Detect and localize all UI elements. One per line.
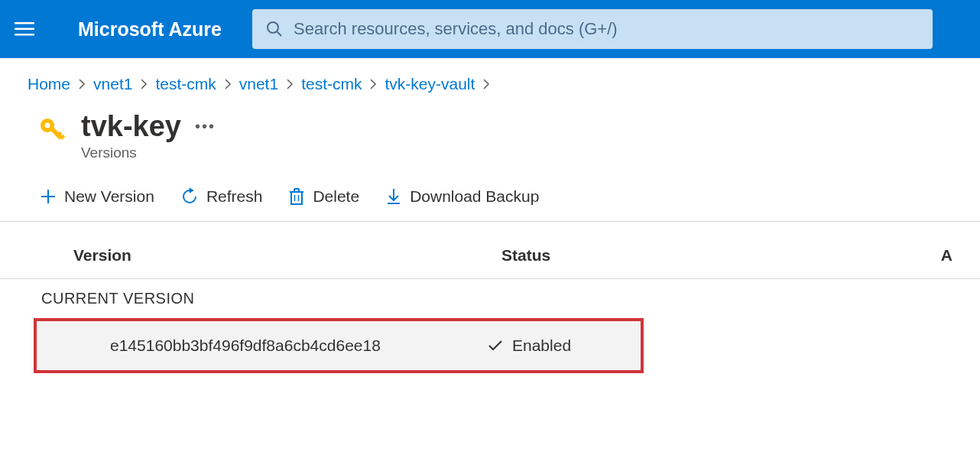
search-box[interactable] — [252, 9, 933, 49]
more-actions-button[interactable]: ••• — [195, 118, 216, 135]
download-backup-button[interactable]: Download Backup — [385, 187, 539, 206]
hamburger-menu[interactable] — [9, 14, 40, 44]
section-label: CURRENT VERSION — [0, 279, 980, 318]
hamburger-icon — [15, 22, 34, 36]
breadcrumb: Home vnet1 test-cmk vnet1 test-cmk tvk-k… — [0, 58, 980, 101]
chevron-right-icon — [78, 78, 86, 90]
top-bar: Microsoft Azure — [0, 0, 980, 58]
trash-icon — [288, 187, 305, 206]
refresh-button[interactable]: Refresh — [180, 187, 263, 206]
svg-point-6 — [45, 123, 50, 128]
breadcrumb-item[interactable]: test-cmk — [301, 75, 362, 93]
toolbar: New Version Refresh Delete Download Back… — [0, 167, 980, 222]
breadcrumb-item[interactable]: Home — [28, 75, 70, 93]
svg-point-3 — [268, 22, 278, 33]
status-cell: Enabled — [488, 336, 571, 355]
page-header: tvk-key ••• Versions — [0, 101, 980, 167]
version-id: e145160bb3bf496f9df8a6cb4cd6ee18 — [110, 336, 488, 355]
brand-logo[interactable]: Microsoft Azure — [78, 18, 222, 41]
search-icon — [266, 21, 283, 37]
chevron-right-icon — [224, 78, 232, 90]
table-header: Version Status A — [0, 222, 980, 279]
svg-rect-0 — [15, 22, 34, 24]
toolbar-label: Delete — [313, 187, 359, 206]
new-version-button[interactable]: New Version — [40, 187, 154, 206]
chevron-right-icon — [482, 78, 490, 90]
page-title: tvk-key — [81, 110, 181, 143]
svg-line-4 — [277, 32, 281, 37]
chevron-right-icon — [140, 78, 148, 90]
column-header-version[interactable]: Version — [73, 246, 501, 265]
chevron-right-icon — [286, 78, 294, 90]
table-row[interactable]: e145160bb3bf496f9df8a6cb4cd6ee18 Enabled — [34, 318, 644, 373]
chevron-right-icon — [369, 78, 377, 90]
breadcrumb-item[interactable]: tvk-key-vault — [385, 75, 475, 93]
breadcrumb-item[interactable]: vnet1 — [239, 75, 278, 93]
column-header-extra[interactable]: A — [930, 246, 952, 265]
toolbar-label: Refresh — [206, 187, 263, 206]
column-header-status[interactable]: Status — [501, 246, 930, 265]
key-icon — [37, 115, 67, 148]
download-icon — [385, 187, 402, 206]
toolbar-label: Download Backup — [410, 187, 539, 206]
refresh-icon — [180, 187, 199, 206]
svg-rect-1 — [15, 28, 34, 31]
svg-rect-2 — [15, 34, 34, 36]
breadcrumb-item[interactable]: vnet1 — [93, 75, 132, 93]
page-subtitle: Versions — [81, 145, 216, 161]
status-text: Enabled — [512, 336, 571, 355]
breadcrumb-item[interactable]: test-cmk — [155, 75, 216, 93]
check-icon — [488, 340, 503, 352]
plus-icon — [40, 188, 57, 205]
toolbar-label: New Version — [64, 187, 154, 206]
delete-button[interactable]: Delete — [288, 187, 359, 206]
search-input[interactable] — [294, 19, 919, 39]
svg-rect-12 — [291, 192, 302, 204]
